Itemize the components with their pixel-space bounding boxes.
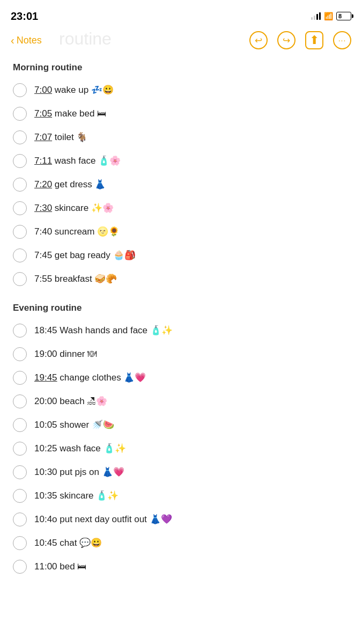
- checkbox-m7[interactable]: [13, 225, 27, 239]
- back-button[interactable]: ‹ Notes: [11, 34, 42, 47]
- item-text-m4: 7:11 wash face 🧴🌸: [34, 155, 121, 167]
- item-text-m8: 7:45 get bag ready 🧁🎒: [34, 250, 136, 261]
- list-item: 10:30 put pjs on 👗💗: [13, 460, 349, 484]
- list-item: 7:11 wash face 🧴🌸: [13, 149, 349, 173]
- checkbox-m6[interactable]: [13, 201, 27, 215]
- list-item: 7:00 wake up 💤😀: [13, 78, 349, 102]
- status-time: 23:01: [11, 10, 38, 23]
- item-text-e6: 10:25 wash face 🧴✨: [34, 443, 126, 455]
- list-item: 7:05 make bed 🛏: [13, 102, 349, 126]
- item-text-e10: 10:45 chat 💬😀: [34, 537, 102, 549]
- checkbox-e11[interactable]: [13, 560, 27, 574]
- list-item: 10:4o put next day outfit out 👗💜: [13, 508, 349, 531]
- background-title: routine: [59, 29, 112, 49]
- list-item: 7:20 get dress 👗: [13, 173, 349, 196]
- battery-icon: 8: [336, 12, 351, 20]
- share-button[interactable]: ⬆: [305, 31, 323, 49]
- status-icons: 📶 8: [311, 12, 351, 20]
- item-text-e8: 10:35 skincare 🧴✨: [34, 490, 119, 502]
- item-text-m5: 7:20 get dress 👗: [34, 179, 106, 191]
- item-text-e2: 19:00 dinner 🍽: [34, 348, 97, 360]
- list-item: 7:45 get bag ready 🧁🎒: [13, 244, 349, 267]
- status-bar: 23:01 📶 8: [0, 0, 362, 28]
- notes-content: Morning routine 7:00 wake up 💤😀 7:05 mak…: [0, 55, 362, 600]
- list-item: 18:45 Wash hands and face 🧴✨: [13, 319, 349, 342]
- item-text-e11: 11:00 bed 🛏: [34, 561, 86, 573]
- checkbox-e1[interactable]: [13, 324, 27, 338]
- more-button[interactable]: ···: [333, 31, 351, 49]
- back-label: Notes: [17, 35, 42, 46]
- checkbox-e10[interactable]: [13, 536, 27, 550]
- list-item: 19:45 change clothes 👗💗: [13, 366, 349, 390]
- list-item: 7:40 suncream 🌝🌻: [13, 220, 349, 244]
- checkbox-m5[interactable]: [13, 178, 27, 192]
- nav-bar: ‹ Notes routine ↩ ↪ ⬆ ···: [0, 28, 362, 55]
- item-text-m1: 7:00 wake up 💤😀: [34, 84, 114, 96]
- item-text-m6: 7:30 skincare ✨🌸: [34, 202, 114, 214]
- item-text-e5: 10:05 shower 🚿🍉: [34, 419, 114, 431]
- list-item: 10:25 wash face 🧴✨: [13, 437, 349, 460]
- item-text-m7: 7:40 suncream 🌝🌻: [34, 226, 120, 238]
- list-item: 11:00 bed 🛏: [13, 555, 349, 579]
- checkbox-m2[interactable]: [13, 107, 27, 121]
- item-text-m9: 7:55 breakfast 🥪🥐: [34, 273, 117, 285]
- item-text-e7: 10:30 put pjs on 👗💗: [34, 466, 124, 478]
- item-text-e4: 20:00 beach 🏖🌸: [34, 396, 107, 407]
- checkbox-m4[interactable]: [13, 154, 27, 168]
- list-item: 7:30 skincare ✨🌸: [13, 196, 349, 220]
- checkbox-m1[interactable]: [13, 83, 27, 97]
- evening-section-title: Evening routine: [13, 303, 349, 313]
- list-item: 10:05 shower 🚿🍉: [13, 413, 349, 437]
- item-text-e9: 10:4o put next day outfit out 👗💜: [34, 514, 172, 525]
- morning-section-title: Morning routine: [13, 62, 349, 73]
- checkbox-e6[interactable]: [13, 442, 27, 456]
- list-item: 7:55 breakfast 🥪🥐: [13, 267, 349, 291]
- item-text-m3: 7:07 toilet 🐐: [34, 131, 87, 143]
- checkbox-m3[interactable]: [13, 130, 27, 144]
- list-item: 10:35 skincare 🧴✨: [13, 484, 349, 508]
- checkbox-e5[interactable]: [13, 418, 27, 432]
- list-item: 7:07 toilet 🐐: [13, 126, 349, 149]
- redo-button[interactable]: ↪: [277, 31, 295, 49]
- list-item: 10:45 chat 💬😀: [13, 531, 349, 555]
- checkbox-m8[interactable]: [13, 248, 27, 262]
- item-text-e1: 18:45 Wash hands and face 🧴✨: [34, 325, 173, 336]
- checkbox-e8[interactable]: [13, 489, 27, 503]
- nav-actions: ↩ ↪ ⬆ ···: [249, 31, 351, 49]
- item-text-e3: 19:45 change clothes 👗💗: [34, 372, 146, 384]
- checkbox-e7[interactable]: [13, 465, 27, 479]
- checkbox-m9[interactable]: [13, 272, 27, 286]
- checkbox-e3[interactable]: [13, 371, 27, 385]
- wifi-icon: 📶: [324, 12, 333, 20]
- checkbox-e9[interactable]: [13, 513, 27, 526]
- item-text-m2: 7:05 make bed 🛏: [34, 108, 106, 120]
- checkbox-e4[interactable]: [13, 394, 27, 408]
- list-item: 20:00 beach 🏖🌸: [13, 390, 349, 413]
- signal-icon: [311, 12, 321, 20]
- list-item: 19:00 dinner 🍽: [13, 342, 349, 366]
- back-arrow-icon: ‹: [11, 34, 14, 47]
- checkbox-e2[interactable]: [13, 347, 27, 361]
- section-gap: [13, 291, 349, 301]
- undo-button[interactable]: ↩: [249, 31, 268, 49]
